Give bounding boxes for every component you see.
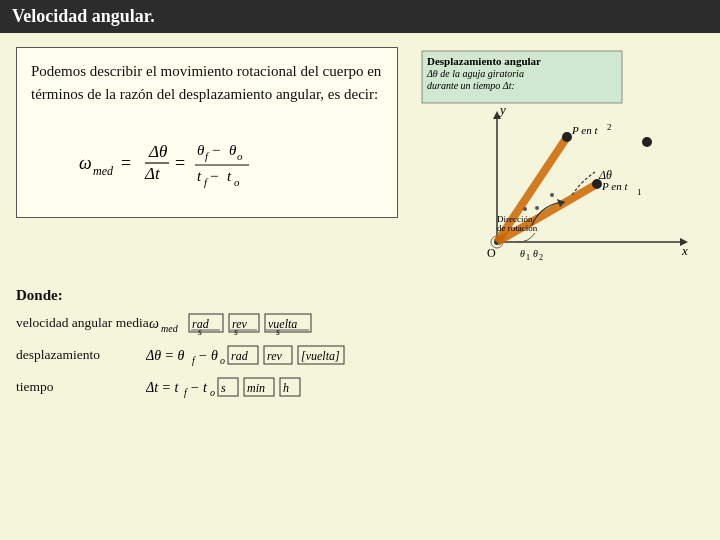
svg-text:med: med (93, 164, 114, 178)
svg-text:θ: θ (229, 142, 237, 158)
svg-text:ω: ω (149, 316, 159, 331)
svg-point-49 (535, 206, 539, 210)
svg-text:o: o (234, 176, 240, 188)
svg-text:[vuelta]: [vuelta] (301, 349, 340, 363)
svg-text:med: med (161, 323, 179, 334)
svg-text:s: s (234, 326, 238, 337)
formula-tiempo: Δt = t f − t o s min h (146, 372, 386, 402)
svg-text:Desplazamiento angular: Desplazamiento angular (427, 55, 541, 67)
def-label-desplazamiento: desplazamiento (16, 344, 146, 366)
svg-text:h: h (283, 381, 289, 395)
description-box: Podemos describir el movimiento rotacion… (16, 47, 398, 218)
donde-label: Donde: (16, 287, 704, 304)
definitions-table: velocidad angular media ω med rad s rev … (16, 308, 704, 402)
svg-text:o: o (237, 150, 243, 162)
angular-diagram: Desplazamiento angular Δθ de la aguja gi… (417, 47, 702, 277)
svg-text:x: x (681, 243, 688, 258)
svg-text:s: s (198, 326, 202, 337)
formula-desplazamiento: Δθ = θ f − θ o rad rev [vuelta] (146, 340, 406, 370)
svg-text:− t: − t (190, 380, 208, 395)
def-label-velocidad: velocidad angular media (16, 312, 149, 334)
svg-text:Δθ de la aguja giratoria: Δθ de la aguja giratoria (426, 68, 524, 79)
svg-text:1: 1 (526, 253, 530, 262)
svg-point-37 (642, 137, 652, 147)
def-label-tiempo: tiempo (16, 376, 146, 398)
svg-text:Δθ: Δθ (598, 168, 612, 182)
svg-text:min: min (247, 381, 265, 395)
svg-text:Δt = t: Δt = t (146, 380, 180, 395)
svg-text:Δt: Δt (144, 164, 161, 183)
svg-text:o: o (220, 355, 225, 366)
svg-text:o: o (210, 387, 215, 398)
bottom-section: Donde: velocidad angular media ω med rad… (0, 287, 720, 410)
svg-text:durante un tiempo Δt:: durante un tiempo Δt: (427, 80, 515, 91)
svg-text:=: = (121, 153, 131, 173)
svg-text:−: − (210, 168, 218, 184)
def-row-tiempo: tiempo Δt = t f − t o s min h (16, 372, 704, 402)
svg-point-50 (550, 193, 554, 197)
svg-text:de rotación: de rotación (497, 223, 538, 233)
svg-text:f: f (204, 176, 209, 188)
svg-point-51 (523, 207, 527, 211)
page-title: Velocidad angular. (0, 0, 720, 33)
svg-text:Δθ: Δθ (148, 142, 167, 161)
def-formula-desplazamiento: Δθ = θ f − θ o rad rev [vuelta] (146, 340, 406, 370)
svg-text:P en t: P en t (571, 124, 598, 136)
svg-text:f: f (205, 150, 210, 162)
def-formula-velocidad: ω med rad s rev s vuelta s (149, 308, 344, 338)
svg-text:t: t (197, 168, 202, 184)
diagram-container: Desplazamiento angular Δθ de la aguja gi… (417, 47, 702, 277)
svg-text:Δθ = θ: Δθ = θ (146, 348, 185, 363)
svg-text:=: = (175, 153, 185, 173)
svg-text:−: − (212, 142, 220, 158)
svg-text:ω: ω (79, 153, 92, 173)
svg-text:f: f (184, 387, 188, 398)
svg-text:2: 2 (539, 253, 543, 262)
svg-text:O: O (487, 246, 496, 260)
svg-text:vuelta: vuelta (268, 317, 297, 331)
svg-point-38 (562, 132, 572, 142)
formula-svg: ω med = Δθ Δt = θ f − θ o t (77, 121, 337, 201)
svg-text:θ: θ (533, 248, 538, 259)
formula-velocidad: ω med rad s rev s vuelta s (149, 308, 344, 338)
svg-text:θ: θ (197, 142, 205, 158)
formula-display: ω med = Δθ Δt = θ f − θ o t (31, 113, 383, 205)
description-text: Podemos describir el movimiento rotacion… (31, 60, 383, 105)
svg-text:θ: θ (520, 248, 525, 259)
svg-text:y: y (498, 102, 506, 117)
svg-text:t: t (227, 168, 232, 184)
def-row-velocidad: velocidad angular media ω med rad s rev … (16, 308, 704, 338)
svg-text:s: s (221, 381, 226, 395)
svg-text:− θ: − θ (198, 348, 218, 363)
def-formula-tiempo: Δt = t f − t o s min h (146, 372, 386, 402)
svg-text:rev: rev (267, 349, 283, 363)
diagram-panel: Desplazamiento angular Δθ de la aguja gi… (414, 47, 704, 277)
svg-text:rad: rad (231, 349, 249, 363)
svg-text:f: f (192, 355, 196, 366)
svg-text:s: s (276, 326, 280, 337)
svg-text:1: 1 (637, 187, 642, 197)
svg-text:2: 2 (607, 122, 612, 132)
def-row-desplazamiento: desplazamiento Δθ = θ f − θ o rad rev [v… (16, 340, 704, 370)
